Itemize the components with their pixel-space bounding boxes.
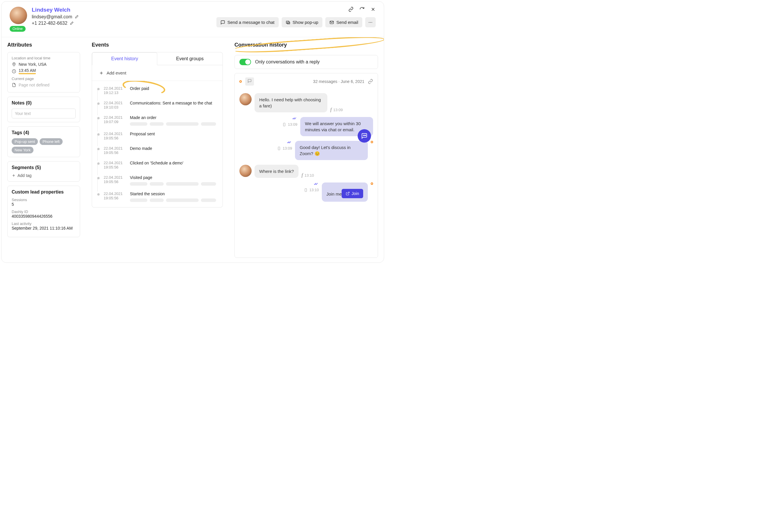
svg-point-3: [369, 22, 369, 22]
tags-title: Tags (4): [12, 130, 76, 135]
sessions-label: Sessions: [12, 198, 76, 202]
lastactivity-label: Last activity: [12, 221, 76, 226]
clock-icon: [12, 69, 16, 73]
tab-event-history[interactable]: Event history: [92, 52, 157, 65]
refresh-icon[interactable]: [359, 7, 365, 12]
conv-link-icon[interactable]: [368, 79, 373, 84]
more-button[interactable]: [365, 17, 376, 27]
event-name: Communications: Sent a message to the ch…: [130, 101, 218, 110]
lastactivity-value: September 29, 2021 11:10:16 AM: [12, 226, 76, 231]
link-icon[interactable]: [348, 7, 354, 12]
chat-icon: [221, 20, 225, 25]
event-timestamp: 22.04.202119:05:56: [104, 131, 126, 140]
message-avatar: [371, 141, 373, 143]
event-row[interactable]: 22.04.202119:07:09 Made an order: [92, 112, 218, 129]
add-tag-button[interactable]: Add tag: [12, 173, 76, 178]
message-avatar: [240, 93, 252, 105]
message-row: Hello. I need help with choosing a fare)…: [240, 93, 373, 112]
show-popup-button[interactable]: Show pop-up: [282, 17, 323, 27]
plus-icon: [12, 173, 16, 178]
event-name: Order paid: [130, 86, 218, 95]
message-bubble: Good day! Let's discuss in Zoom? 😊: [295, 141, 368, 160]
svg-point-4: [370, 22, 371, 22]
events-title: Events: [92, 42, 109, 48]
event-row[interactable]: 22.04.202119:12:13 Order paid: [92, 83, 218, 98]
tag-chip[interactable]: Pop-up sent: [12, 138, 38, 145]
reply-filter-toggle[interactable]: [240, 59, 251, 65]
svg-rect-0: [286, 21, 289, 23]
event-timestamp: 22.04.202119:10:03: [104, 101, 126, 110]
reply-filter-label: Only conversations with a reply: [255, 59, 319, 65]
segments-title: Segments (5): [12, 165, 76, 170]
message-avatar: [371, 182, 373, 185]
svg-rect-8: [284, 123, 285, 126]
svg-rect-1: [287, 22, 290, 24]
page-icon: [12, 83, 16, 87]
user-info: Lindsey Welch lindsey@gmail.com +1 212-4…: [32, 7, 79, 26]
svg-point-5: [372, 22, 372, 22]
join-button[interactable]: Join: [342, 189, 363, 198]
tab-event-groups[interactable]: Event groups: [157, 52, 223, 65]
notes-title: Notes (0): [12, 100, 76, 106]
message-row: 13:09 We will answer you within 30 minut…: [240, 117, 373, 136]
sessions-value: 5: [12, 202, 76, 207]
localtime-value: 13:45 AM: [19, 68, 36, 74]
message-row: 13:10 Join meJoin: [240, 182, 373, 202]
conversation-meta: 32 messages · June 6, 2021: [313, 79, 364, 84]
send-chat-button[interactable]: Send a message to chat: [216, 17, 279, 27]
location-label: Location and local time: [12, 56, 76, 60]
close-icon[interactable]: [370, 7, 376, 12]
custom-title: Custom lead properties: [12, 189, 76, 195]
conv-author-avatar: [240, 80, 242, 83]
currentpage-value: Page not defined: [19, 83, 50, 87]
message-meta: 13:09: [282, 122, 297, 127]
edit-phone-icon[interactable]: [69, 21, 74, 25]
mail-icon: [329, 20, 334, 25]
message-bubble: Hello. I need help with choosing a fare): [255, 93, 327, 112]
message-bubble: Where is the link?: [255, 165, 299, 178]
add-event-button[interactable]: Add event: [92, 65, 223, 81]
svg-point-6: [13, 63, 14, 64]
notes-card: Notes (0): [7, 97, 80, 122]
event-timestamp: 22.04.202119:05:56: [104, 191, 126, 202]
event-name: Visited page: [130, 175, 218, 186]
tag-chip[interactable]: Phone left: [39, 138, 63, 145]
event-row[interactable]: 22.04.202119:05:56 Proposal sent: [92, 129, 218, 143]
message-bubble: Join meJoin: [322, 182, 368, 202]
pin-icon: [12, 62, 16, 67]
message-avatar: [240, 165, 252, 177]
custom-props-card: Custom lead properties Sessions5 Dashly …: [7, 186, 80, 237]
event-timestamp: 22.04.202119:07:09: [104, 115, 126, 126]
event-timestamp: 22.04.202119:12:13: [104, 86, 126, 95]
user-name[interactable]: Lindsey Welch: [32, 7, 79, 13]
notes-input[interactable]: [12, 109, 76, 118]
message-meta: 13:09: [277, 146, 292, 150]
event-row[interactable]: 22.04.202119:05:56 Demo made: [92, 143, 218, 158]
event-row[interactable]: 22.04.202119:05:56 Clicked on 'Schedule …: [92, 158, 218, 172]
tags-card: Tags (4) Pop-up sent Phone left New York: [7, 126, 80, 157]
event-row[interactable]: 22.04.202119:05:56 Visited page: [92, 172, 218, 188]
send-email-button[interactable]: Send email: [325, 17, 362, 27]
message-row: 13:09 Good day! Let's discuss in Zoom? 😊: [240, 141, 373, 160]
conversation-card: 32 messages · June 6, 2021 Hello. I need…: [234, 73, 378, 258]
event-name: Started the session: [130, 191, 218, 202]
svg-point-12: [364, 135, 365, 136]
chat-fab[interactable]: [358, 129, 371, 143]
location-value: New York, USA: [19, 62, 47, 67]
user-phone: +1 212-482-6632: [32, 21, 67, 26]
attributes-title: Attributes: [7, 42, 32, 48]
dashlyid-label: Dashly ID: [12, 210, 76, 214]
event-row[interactable]: 22.04.202119:05:56 Started the session: [92, 188, 218, 205]
conv-channel-icon: [245, 78, 254, 86]
tag-chip[interactable]: New York: [12, 147, 33, 153]
event-row[interactable]: 22.04.202119:10:03 Communications: Sent …: [92, 98, 218, 112]
user-email: lindsey@gmail.com: [32, 14, 72, 20]
header-right: Send a message to chat Show pop-up Send …: [216, 7, 376, 27]
dashlyid-value: 400335980944426556: [12, 214, 76, 218]
dots-icon: [368, 20, 373, 25]
event-name: Demo made: [130, 146, 218, 155]
event-timestamp: 22.04.202119:05:56: [104, 175, 126, 186]
edit-email-icon[interactable]: [75, 15, 79, 19]
svg-rect-10: [305, 188, 307, 191]
message-meta: 13:10: [304, 188, 319, 192]
